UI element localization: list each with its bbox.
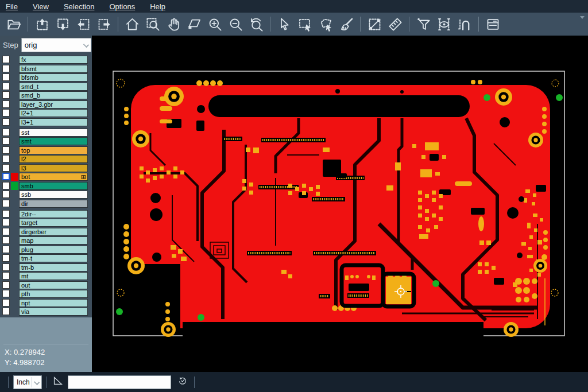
layer-name-smt[interactable]: smt — [19, 137, 88, 145]
layer-name-bfsmt[interactable]: bfsmt — [19, 65, 88, 73]
menu-options[interactable]: Options — [109, 2, 135, 11]
layer-name-pth[interactable]: pth — [19, 290, 88, 298]
layer-checkbox-l2+1[interactable] — [2, 109, 10, 117]
report-form-button[interactable] — [482, 14, 503, 34]
layer-checkbox-fx[interactable] — [2, 56, 10, 63]
corner-triangle-icon[interactable] — [52, 375, 64, 390]
filter-button[interactable] — [413, 14, 434, 34]
layer-checkbox-layer_3.gbr[interactable] — [2, 100, 10, 108]
layer-checkbox-mt[interactable] — [2, 272, 10, 280]
pcb-render — [92, 36, 588, 372]
toolbar-overflow-icon[interactable] — [580, 16, 585, 19]
layer-checkbox-plug[interactable] — [2, 246, 10, 253]
snapshot-area-button[interactable] — [184, 14, 204, 34]
layer-checkbox-smb[interactable] — [2, 182, 10, 189]
refresh-icon[interactable] — [177, 375, 188, 389]
smd-pad — [419, 234, 428, 239]
layer-checkbox-top[interactable] — [2, 146, 10, 154]
round-pad — [165, 309, 170, 314]
layer-name-smd_b[interactable]: smd_b — [19, 91, 88, 99]
pcb-canvas[interactable] — [92, 36, 588, 372]
layer-checkbox-l2[interactable] — [2, 155, 10, 162]
layer-name-smd_t[interactable]: smd_t — [19, 83, 88, 91]
layer-name-top[interactable]: top — [19, 146, 88, 154]
layer-checkbox-ssb[interactable] — [2, 191, 10, 198]
move-up-button[interactable] — [32, 14, 52, 34]
measure-diagonal-button[interactable] — [364, 14, 385, 34]
layer-name-smb[interactable]: smb — [19, 182, 88, 190]
round-pad — [123, 246, 129, 252]
layer-name-dirgerber[interactable]: dirgerber — [19, 228, 88, 236]
layer-checkbox-l3+1[interactable] — [2, 118, 10, 126]
layer-name-target[interactable]: target — [19, 219, 88, 227]
coordinate-input[interactable] — [68, 375, 171, 389]
layer-checkbox-sst[interactable] — [2, 129, 10, 136]
pan-hand-button[interactable] — [163, 14, 184, 34]
layer-checkbox-bot[interactable] — [2, 173, 10, 180]
layer-name-l2+1[interactable]: l2+1 — [19, 109, 88, 117]
layer-name-fx[interactable]: fx — [19, 56, 88, 64]
home-button[interactable] — [122, 14, 142, 34]
menu-selection[interactable]: Selection — [64, 2, 94, 11]
layer-checkbox-dir[interactable] — [2, 200, 10, 207]
layer-checkbox-map[interactable] — [2, 236, 10, 244]
layer-name-l2[interactable]: l2 — [19, 155, 88, 163]
layer-name-l3+1[interactable]: l3+1 — [19, 118, 88, 126]
zoom-area-button[interactable] — [142, 14, 163, 34]
layer-checkbox-smd_b[interactable] — [2, 91, 10, 99]
layer-name-sst[interactable]: sst — [19, 129, 88, 137]
layer-name-l3[interactable]: l3 — [19, 164, 88, 172]
layer-checkbox-target[interactable] — [2, 219, 10, 226]
layer-name-npt[interactable]: npt — [19, 299, 88, 307]
zoom-out-button[interactable] — [225, 14, 246, 34]
drill-hole — [150, 208, 163, 221]
move-right-button[interactable] — [94, 14, 114, 34]
step-combobox[interactable]: orig — [21, 38, 91, 52]
view-box-button[interactable] — [434, 14, 454, 34]
layer-checkbox-pth[interactable] — [2, 290, 10, 297]
menu-help[interactable]: Help — [150, 2, 165, 11]
unit-combobox[interactable]: Inch — [13, 375, 42, 389]
layer-name-map[interactable]: map — [19, 236, 88, 244]
layer-name-bot[interactable]: bot⊞ — [19, 173, 88, 181]
layer-name-dir[interactable]: dir — [19, 200, 88, 208]
layer-name-out[interactable]: out — [19, 281, 88, 289]
move-right-icon — [96, 17, 112, 32]
layer-checkbox-out[interactable] — [2, 281, 10, 289]
layer-checkbox-dirgerber[interactable] — [2, 228, 10, 235]
layer-name-plug[interactable]: plug — [19, 246, 88, 254]
zoom-in-button[interactable] — [204, 14, 225, 34]
layer-checkbox-l3[interactable] — [2, 164, 10, 172]
layer-name-bfsmb[interactable]: bfsmb — [19, 73, 88, 81]
layer-checkbox-bfsmt[interactable] — [2, 65, 10, 72]
layer-checkbox-2dir--[interactable] — [2, 210, 10, 218]
move-left-button[interactable] — [73, 14, 94, 34]
menu-view[interactable]: View — [33, 2, 49, 11]
layer-name-ssb[interactable]: ssb — [19, 191, 88, 199]
layer-checkbox-smd_t[interactable] — [2, 83, 10, 90]
select-pointer-button[interactable] — [274, 14, 295, 34]
layer-name-mt[interactable]: mt — [19, 272, 88, 280]
layer-checkbox-smt[interactable] — [2, 137, 10, 145]
menu-file[interactable]: File — [6, 2, 18, 11]
layer-name-layer_3.gbr[interactable]: layer_3.gbr — [19, 100, 88, 108]
ruler-button[interactable] — [385, 14, 405, 34]
layer-name-via[interactable]: via — [19, 308, 88, 316]
open-folder-button[interactable] — [3, 14, 24, 34]
layer-checkbox-npt[interactable] — [2, 299, 10, 306]
select-rect-button[interactable] — [295, 14, 315, 34]
layer-name-2dir--[interactable]: 2dir-- — [19, 210, 88, 218]
net-trace-button[interactable] — [454, 14, 475, 34]
layer-checkbox-bfsmb[interactable] — [2, 73, 10, 81]
layer-name-tm-t[interactable]: tm-t — [19, 254, 88, 262]
move-down-button[interactable] — [52, 14, 73, 34]
smd-pad — [418, 198, 422, 202]
layer-name-tm-b[interactable]: tm-b — [19, 263, 88, 271]
layer-checkbox-tm-t[interactable] — [2, 254, 10, 262]
layer-checkbox-tm-b[interactable] — [2, 263, 10, 271]
clean-brush-button[interactable] — [336, 14, 357, 34]
layer-checkbox-via[interactable] — [2, 308, 10, 315]
select-poly-button[interactable] — [315, 14, 336, 34]
round-pad — [523, 278, 530, 285]
zoom-previous-button[interactable] — [246, 14, 266, 34]
